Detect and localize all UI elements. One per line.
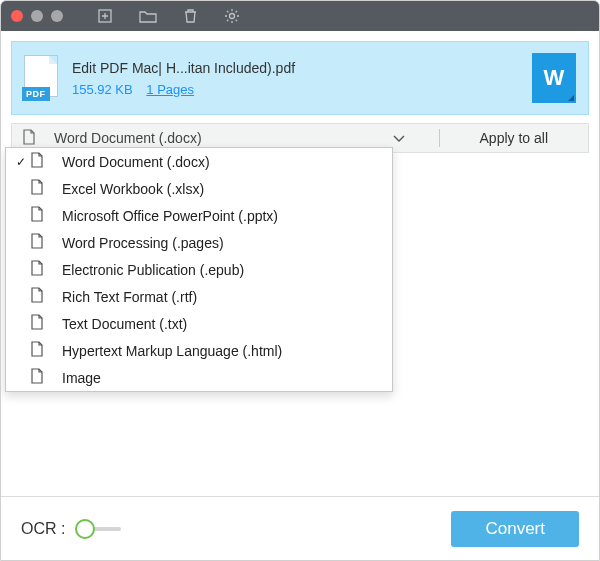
format-option[interactable]: Image <box>6 364 392 391</box>
output-format-icon[interactable]: W <box>532 53 576 103</box>
format-option[interactable]: Microsoft Office PowerPoint (.pptx) <box>6 202 392 229</box>
format-option-label: Electronic Publication (.epub) <box>62 262 384 278</box>
folder-icon[interactable] <box>139 8 157 24</box>
app-window: PDF Edit PDF Mac| H...itan Included).pdf… <box>0 0 600 561</box>
format-dropdown: ✓Word Document (.docx)Excel Workbook (.x… <box>5 147 393 392</box>
file-pages-link[interactable]: 1 Pages <box>146 82 194 97</box>
file-size: 155.92 KB <box>72 82 133 97</box>
format-option-label: Word Processing (.pages) <box>62 235 384 251</box>
divider <box>439 129 440 147</box>
apply-to-all-button[interactable]: Apply to all <box>460 130 584 146</box>
document-icon <box>30 287 48 306</box>
document-icon <box>30 206 48 225</box>
document-icon <box>22 129 36 148</box>
convert-button[interactable]: Convert <box>451 511 579 547</box>
document-icon <box>30 260 48 279</box>
document-icon <box>30 341 48 360</box>
document-icon <box>30 368 48 387</box>
format-option[interactable]: Hypertext Markup Language (.html) <box>6 337 392 364</box>
footer: OCR : Convert <box>1 496 599 560</box>
file-banner: PDF Edit PDF Mac| H...itan Included).pdf… <box>11 41 589 115</box>
file-name: Edit PDF Mac| H...itan Included).pdf <box>72 60 518 76</box>
format-option[interactable]: Excel Workbook (.xlsx) <box>6 175 392 202</box>
output-format-letter: W <box>544 65 565 91</box>
format-option-label: Text Document (.txt) <box>62 316 384 332</box>
pdf-file-icon: PDF <box>24 55 58 101</box>
toolbar <box>97 8 240 24</box>
format-option[interactable]: Word Processing (.pages) <box>6 229 392 256</box>
window-close-button[interactable] <box>11 10 23 22</box>
selected-format-label: Word Document (.docx) <box>54 130 379 146</box>
format-option-label: Word Document (.docx) <box>62 154 384 170</box>
format-option[interactable]: ✓Word Document (.docx) <box>6 148 392 175</box>
ocr-toggle[interactable] <box>75 519 121 539</box>
pdf-badge: PDF <box>22 87 50 101</box>
add-file-icon[interactable] <box>97 8 113 24</box>
window-zoom-button[interactable] <box>51 10 63 22</box>
format-option-label: Hypertext Markup Language (.html) <box>62 343 384 359</box>
format-option[interactable]: Electronic Publication (.epub) <box>6 256 392 283</box>
svg-point-3 <box>230 14 235 19</box>
document-icon <box>30 152 48 171</box>
format-option[interactable]: Text Document (.txt) <box>6 310 392 337</box>
document-icon <box>30 233 48 252</box>
format-option-label: Rich Text Format (.rtf) <box>62 289 384 305</box>
titlebar <box>1 1 599 31</box>
trash-icon[interactable] <box>183 8 198 24</box>
format-option-label: Image <box>62 370 384 386</box>
file-meta: Edit PDF Mac| H...itan Included).pdf 155… <box>72 60 518 97</box>
window-minimize-button[interactable] <box>31 10 43 22</box>
gear-icon[interactable] <box>224 8 240 24</box>
format-option[interactable]: Rich Text Format (.rtf) <box>6 283 392 310</box>
ocr-label: OCR : <box>21 520 65 538</box>
check-icon: ✓ <box>12 155 30 169</box>
document-icon <box>30 179 48 198</box>
chevron-down-icon <box>393 131 405 146</box>
format-option-label: Microsoft Office PowerPoint (.pptx) <box>62 208 384 224</box>
format-option-label: Excel Workbook (.xlsx) <box>62 181 384 197</box>
document-icon <box>30 314 48 333</box>
